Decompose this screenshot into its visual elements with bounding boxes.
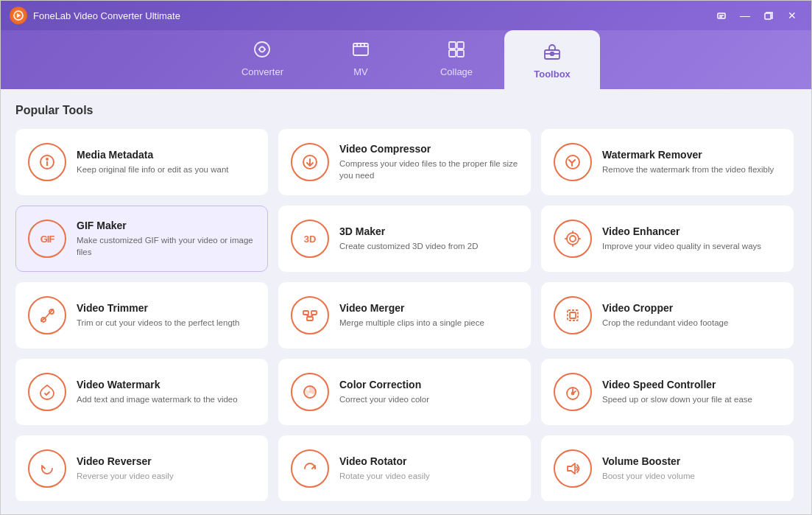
tab-collage[interactable]: Collage — [409, 30, 504, 89]
mv-icon — [351, 40, 370, 63]
3d-maker-desc: Create customized 3D video from 2D — [339, 240, 518, 252]
video-watermark-info: Video Watermark Add text and image water… — [77, 379, 255, 405]
compressor-desc: Compress your video files to the proper … — [339, 158, 518, 181]
tool-card-video-trimmer[interactable]: Video Trimmer Trim or cut your videos to… — [15, 282, 268, 348]
video-trimmer-info: Video Trimmer Trim or cut your videos to… — [77, 302, 255, 329]
video-rotator-info: Video Rotator Rotate your video easily — [339, 455, 518, 482]
volume-booster-icon — [554, 449, 592, 488]
video-speed-desc: Speed up or slow down your file at ease — [602, 393, 781, 405]
metadata-name: Media Metadata — [77, 149, 255, 161]
video-cropper-name: Video Cropper — [602, 302, 781, 314]
partial-top-row: Media Metadata Keep original file info o… — [15, 129, 794, 195]
video-speed-info: Video Speed Controller Speed up or slow … — [602, 379, 781, 405]
toolbox-icon — [543, 42, 562, 66]
svg-point-21 — [46, 158, 48, 160]
svg-point-35 — [572, 393, 574, 395]
video-enhancer-desc: Improve your video quality in several wa… — [602, 240, 781, 252]
video-trimmer-name: Video Trimmer — [77, 302, 255, 314]
video-merger-info: Video Merger Merge multiple clips into a… — [339, 302, 518, 329]
tab-mv-label: MV — [353, 66, 368, 77]
tool-card-color-correction[interactable]: Color Correction Correct your video colo… — [278, 359, 531, 425]
nav-tabs: Converter MV Collage — [1, 30, 811, 89]
video-cropper-desc: Crop the redundant video footage — [602, 317, 781, 329]
tool-card-video-merger[interactable]: Video Merger Merge multiple clips into a… — [278, 282, 531, 348]
compressor-icon — [291, 143, 329, 181]
tab-collage-label: Collage — [440, 66, 473, 77]
svg-rect-16 — [545, 50, 559, 59]
svg-rect-12 — [449, 42, 456, 49]
video-watermark-name: Video Watermark — [77, 379, 255, 390]
video-reverser-info: Video Reverser Reverse your video easily — [77, 455, 255, 482]
svg-rect-15 — [457, 50, 464, 57]
video-merger-desc: Merge multiple clips into a single piece — [339, 317, 518, 329]
video-watermark-desc: Add text and image watermark to the vide… — [77, 393, 255, 405]
tool-card-video-speed[interactable]: Video Speed Controller Speed up or slow … — [541, 359, 794, 425]
window-controls: — ✕ — [711, 7, 802, 24]
title-bar-left: FoneLab Video Converter Ultimate — [10, 7, 180, 24]
watermark-remover-desc: Remove the watermark from the video flex… — [602, 164, 781, 175]
watermark-remover-name: Watermark Remover — [602, 149, 781, 161]
compressor-info: Video Compressor Compress your video fil… — [339, 143, 518, 181]
gif-maker-info: GIF Maker Make customized GIF with your … — [77, 220, 255, 258]
tool-card-video-cropper[interactable]: Video Cropper Crop the redundant video f… — [541, 282, 794, 348]
video-merger-name: Video Merger — [339, 302, 518, 314]
svg-rect-5 — [765, 13, 771, 19]
main-content: Popular Tools Media Metadata Keep origin… — [1, 89, 811, 515]
svg-rect-14 — [449, 50, 456, 57]
tool-card-watermark-remover[interactable]: Watermark Remover Remove the watermark f… — [541, 129, 794, 195]
compressor-name: Video Compressor — [339, 143, 518, 155]
caption-button[interactable] — [711, 7, 732, 24]
video-rotator-desc: Rotate your video easily — [339, 470, 518, 482]
tool-card-video-enhancer[interactable]: Video Enhancer Improve your video qualit… — [541, 206, 794, 272]
close-button[interactable]: ✕ — [782, 7, 802, 24]
video-speed-name: Video Speed Controller — [602, 379, 781, 390]
tool-card-video-watermark[interactable]: Video Watermark Add text and image water… — [15, 359, 268, 425]
section-title: Popular Tools — [15, 104, 797, 117]
tool-card-video-reverser[interactable]: Video Reverser Reverse your video easily — [15, 435, 268, 501]
tab-converter[interactable]: Converter — [212, 30, 313, 89]
volume-booster-name: Volume Booster — [602, 455, 781, 467]
video-reverser-icon — [28, 449, 66, 488]
svg-rect-32 — [570, 312, 576, 318]
app-title: FoneLab Video Converter Ultimate — [33, 10, 180, 21]
tab-converter-label: Converter — [241, 66, 283, 77]
video-rotator-icon — [291, 449, 329, 488]
tool-card-volume-booster[interactable]: Volume Booster Boost your video volume — [541, 435, 794, 501]
svg-marker-1 — [17, 13, 21, 18]
tab-toolbox-label: Toolbox — [534, 69, 571, 80]
metadata-info: Media Metadata Keep original file info o… — [77, 149, 255, 175]
video-trimmer-desc: Trim or cut your videos to the perfect l… — [77, 317, 255, 329]
minimize-button[interactable]: — — [735, 7, 755, 24]
watermark-remover-icon — [554, 143, 592, 181]
video-enhancer-icon — [554, 220, 592, 258]
svg-marker-36 — [568, 463, 575, 474]
tab-toolbox[interactable]: Toolbox — [504, 30, 600, 91]
restore-button[interactable] — [758, 7, 779, 24]
color-correction-name: Color Correction — [339, 379, 518, 390]
svg-rect-13 — [457, 42, 464, 49]
gif-maker-icon: GIF — [28, 220, 66, 258]
collage-icon — [447, 40, 466, 63]
video-enhancer-name: Video Enhancer — [602, 225, 781, 237]
3d-maker-name: 3D Maker — [339, 225, 518, 237]
volume-booster-info: Volume Booster Boost your video volume — [602, 455, 781, 482]
metadata-icon — [28, 143, 66, 181]
tool-card-3d-maker[interactable]: 3D 3D Maker Create customized 3D video f… — [278, 206, 531, 272]
3d-maker-icon: 3D — [291, 220, 329, 258]
tool-card-gif-maker[interactable]: GIF GIF Maker Make customized GIF with y… — [15, 206, 268, 272]
title-bar: FoneLab Video Converter Ultimate — ✕ — [1, 1, 811, 30]
color-correction-info: Color Correction Correct your video colo… — [339, 379, 518, 405]
scroll-area[interactable]: Media Metadata Keep original file info o… — [15, 129, 797, 501]
tool-card-video-rotator[interactable]: Video Rotator Rotate your video easily — [278, 435, 531, 501]
tool-card-metadata[interactable]: Media Metadata Keep original file info o… — [15, 129, 268, 195]
watermark-remover-info: Watermark Remover Remove the watermark f… — [602, 149, 781, 175]
color-correction-icon — [291, 373, 329, 411]
svg-point-6 — [255, 42, 269, 57]
svg-point-25 — [570, 236, 576, 242]
tools-grid: GIF GIF Maker Make customized GIF with y… — [15, 206, 794, 501]
tab-mv[interactable]: MV — [313, 30, 409, 89]
tool-card-compressor[interactable]: Video Compressor Compress your video fil… — [278, 129, 531, 195]
gif-maker-name: GIF Maker — [77, 220, 255, 231]
svg-point-24 — [567, 233, 579, 245]
video-trimmer-icon — [28, 296, 66, 334]
